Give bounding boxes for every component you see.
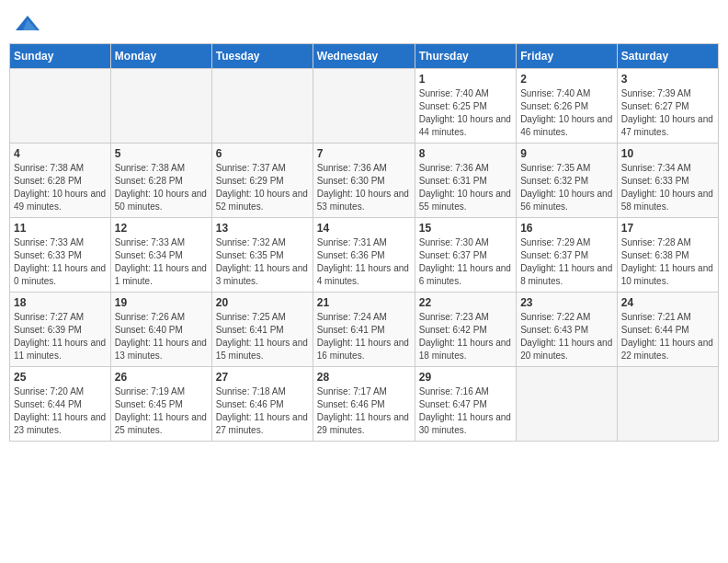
calendar-cell: 5Sunrise: 7:38 AMSunset: 6:28 PMDaylight… bbox=[110, 144, 211, 218]
day-detail: Sunrise: 7:20 AMSunset: 6:44 PMDaylight:… bbox=[14, 385, 107, 437]
calendar-cell: 10Sunrise: 7:34 AMSunset: 6:33 PMDayligh… bbox=[617, 144, 718, 218]
calendar-cell bbox=[517, 367, 618, 442]
calendar-cell: 9Sunrise: 7:35 AMSunset: 6:32 PMDaylight… bbox=[517, 144, 618, 218]
calendar-table: SundayMondayTuesdayWednesdayThursdayFrid… bbox=[9, 43, 719, 442]
day-detail: Sunrise: 7:16 AMSunset: 6:47 PMDaylight:… bbox=[419, 385, 512, 437]
calendar-cell: 6Sunrise: 7:37 AMSunset: 6:29 PMDaylight… bbox=[211, 144, 313, 218]
day-number: 20 bbox=[216, 296, 309, 309]
calendar-cell: 26Sunrise: 7:19 AMSunset: 6:45 PMDayligh… bbox=[110, 367, 211, 442]
logo bbox=[14, 14, 45, 36]
day-number: 5 bbox=[115, 147, 208, 160]
day-detail: Sunrise: 7:39 AMSunset: 6:27 PMDaylight:… bbox=[621, 87, 714, 139]
day-detail: Sunrise: 7:18 AMSunset: 6:46 PMDaylight:… bbox=[216, 385, 309, 437]
day-detail: Sunrise: 7:30 AMSunset: 6:37 PMDaylight:… bbox=[419, 236, 512, 288]
calendar-cell bbox=[617, 367, 718, 442]
calendar-week-row: 1Sunrise: 7:40 AMSunset: 6:25 PMDaylight… bbox=[10, 69, 719, 144]
calendar-cell: 4Sunrise: 7:38 AMSunset: 6:28 PMDaylight… bbox=[10, 144, 111, 218]
calendar-cell: 21Sunrise: 7:24 AMSunset: 6:41 PMDayligh… bbox=[313, 293, 415, 367]
day-detail: Sunrise: 7:27 AMSunset: 6:39 PMDaylight:… bbox=[14, 311, 107, 362]
day-number: 17 bbox=[621, 222, 714, 235]
day-number: 25 bbox=[14, 371, 107, 384]
day-detail: Sunrise: 7:34 AMSunset: 6:33 PMDaylight:… bbox=[621, 162, 714, 213]
day-number: 22 bbox=[419, 296, 512, 309]
calendar-cell: 19Sunrise: 7:26 AMSunset: 6:40 PMDayligh… bbox=[110, 293, 211, 367]
calendar-cell: 25Sunrise: 7:20 AMSunset: 6:44 PMDayligh… bbox=[10, 367, 111, 442]
day-detail: Sunrise: 7:32 AMSunset: 6:35 PMDaylight:… bbox=[216, 236, 309, 288]
day-number: 4 bbox=[14, 147, 107, 160]
calendar-day-header: Thursday bbox=[415, 44, 516, 69]
day-number: 24 bbox=[621, 296, 714, 309]
day-number: 7 bbox=[317, 147, 411, 160]
calendar-cell: 2Sunrise: 7:40 AMSunset: 6:26 PMDaylight… bbox=[517, 69, 618, 144]
calendar-cell: 27Sunrise: 7:18 AMSunset: 6:46 PMDayligh… bbox=[211, 367, 313, 442]
calendar-day-header: Wednesday bbox=[313, 44, 415, 69]
day-detail: Sunrise: 7:40 AMSunset: 6:25 PMDaylight:… bbox=[419, 87, 512, 139]
day-number: 21 bbox=[317, 296, 411, 309]
day-detail: Sunrise: 7:24 AMSunset: 6:41 PMDaylight:… bbox=[317, 311, 411, 362]
page-header bbox=[9, 9, 719, 36]
calendar-cell bbox=[211, 69, 313, 144]
day-detail: Sunrise: 7:17 AMSunset: 6:46 PMDaylight:… bbox=[317, 385, 411, 437]
calendar-header-row: SundayMondayTuesdayWednesdayThursdayFrid… bbox=[10, 44, 719, 69]
calendar-cell: 15Sunrise: 7:30 AMSunset: 6:37 PMDayligh… bbox=[415, 218, 516, 293]
day-detail: Sunrise: 7:31 AMSunset: 6:36 PMDaylight:… bbox=[317, 236, 411, 288]
day-detail: Sunrise: 7:37 AMSunset: 6:29 PMDaylight:… bbox=[216, 162, 309, 213]
day-number: 12 bbox=[115, 222, 208, 235]
day-number: 8 bbox=[419, 147, 512, 160]
calendar-cell: 29Sunrise: 7:16 AMSunset: 6:47 PMDayligh… bbox=[415, 367, 516, 442]
calendar-cell: 23Sunrise: 7:22 AMSunset: 6:43 PMDayligh… bbox=[517, 293, 618, 367]
day-number: 29 bbox=[419, 371, 512, 384]
day-detail: Sunrise: 7:29 AMSunset: 6:37 PMDaylight:… bbox=[520, 236, 613, 288]
day-detail: Sunrise: 7:33 AMSunset: 6:33 PMDaylight:… bbox=[14, 236, 107, 288]
calendar-week-row: 4Sunrise: 7:38 AMSunset: 6:28 PMDaylight… bbox=[10, 144, 719, 218]
calendar-week-row: 25Sunrise: 7:20 AMSunset: 6:44 PMDayligh… bbox=[10, 367, 719, 442]
day-number: 1 bbox=[419, 73, 512, 86]
calendar-cell: 1Sunrise: 7:40 AMSunset: 6:25 PMDaylight… bbox=[415, 69, 516, 144]
calendar-cell: 7Sunrise: 7:36 AMSunset: 6:30 PMDaylight… bbox=[313, 144, 415, 218]
day-number: 28 bbox=[317, 371, 411, 384]
day-detail: Sunrise: 7:38 AMSunset: 6:28 PMDaylight:… bbox=[14, 162, 107, 213]
calendar-day-header: Sunday bbox=[10, 44, 111, 69]
calendar-cell: 20Sunrise: 7:25 AMSunset: 6:41 PMDayligh… bbox=[211, 293, 313, 367]
day-detail: Sunrise: 7:19 AMSunset: 6:45 PMDaylight:… bbox=[115, 385, 208, 437]
day-number: 26 bbox=[115, 371, 208, 384]
day-number: 13 bbox=[216, 222, 309, 235]
calendar-day-header: Friday bbox=[517, 44, 618, 69]
calendar-day-header: Monday bbox=[110, 44, 211, 69]
day-number: 15 bbox=[419, 222, 512, 235]
calendar-cell: 14Sunrise: 7:31 AMSunset: 6:36 PMDayligh… bbox=[313, 218, 415, 293]
day-detail: Sunrise: 7:35 AMSunset: 6:32 PMDaylight:… bbox=[520, 162, 613, 213]
calendar-cell: 17Sunrise: 7:28 AMSunset: 6:38 PMDayligh… bbox=[617, 218, 718, 293]
calendar-day-header: Saturday bbox=[617, 44, 718, 69]
calendar-cell: 24Sunrise: 7:21 AMSunset: 6:44 PMDayligh… bbox=[617, 293, 718, 367]
day-detail: Sunrise: 7:36 AMSunset: 6:30 PMDaylight:… bbox=[317, 162, 411, 213]
calendar-week-row: 18Sunrise: 7:27 AMSunset: 6:39 PMDayligh… bbox=[10, 293, 719, 367]
calendar-cell: 11Sunrise: 7:33 AMSunset: 6:33 PMDayligh… bbox=[10, 218, 111, 293]
day-detail: Sunrise: 7:36 AMSunset: 6:31 PMDaylight:… bbox=[419, 162, 512, 213]
calendar-cell: 12Sunrise: 7:33 AMSunset: 6:34 PMDayligh… bbox=[110, 218, 211, 293]
day-number: 23 bbox=[520, 296, 613, 309]
day-number: 16 bbox=[520, 222, 613, 235]
calendar-cell: 22Sunrise: 7:23 AMSunset: 6:42 PMDayligh… bbox=[415, 293, 516, 367]
calendar-cell: 8Sunrise: 7:36 AMSunset: 6:31 PMDaylight… bbox=[415, 144, 516, 218]
calendar-cell: 28Sunrise: 7:17 AMSunset: 6:46 PMDayligh… bbox=[313, 367, 415, 442]
day-detail: Sunrise: 7:40 AMSunset: 6:26 PMDaylight:… bbox=[520, 87, 613, 139]
calendar-cell bbox=[110, 69, 211, 144]
day-number: 10 bbox=[621, 147, 714, 160]
day-number: 2 bbox=[520, 73, 613, 86]
day-detail: Sunrise: 7:38 AMSunset: 6:28 PMDaylight:… bbox=[115, 162, 208, 213]
calendar-cell bbox=[313, 69, 415, 144]
day-detail: Sunrise: 7:23 AMSunset: 6:42 PMDaylight:… bbox=[419, 311, 512, 362]
day-number: 11 bbox=[14, 222, 107, 235]
day-number: 3 bbox=[621, 73, 714, 86]
day-number: 9 bbox=[520, 147, 613, 160]
day-number: 18 bbox=[14, 296, 107, 309]
day-detail: Sunrise: 7:25 AMSunset: 6:41 PMDaylight:… bbox=[216, 311, 309, 362]
day-detail: Sunrise: 7:21 AMSunset: 6:44 PMDaylight:… bbox=[621, 311, 714, 362]
calendar-cell: 18Sunrise: 7:27 AMSunset: 6:39 PMDayligh… bbox=[10, 293, 111, 367]
day-number: 14 bbox=[317, 222, 411, 235]
day-number: 27 bbox=[216, 371, 309, 384]
calendar-cell: 3Sunrise: 7:39 AMSunset: 6:27 PMDaylight… bbox=[617, 69, 718, 144]
calendar-cell: 16Sunrise: 7:29 AMSunset: 6:37 PMDayligh… bbox=[517, 218, 618, 293]
day-number: 6 bbox=[216, 147, 309, 160]
